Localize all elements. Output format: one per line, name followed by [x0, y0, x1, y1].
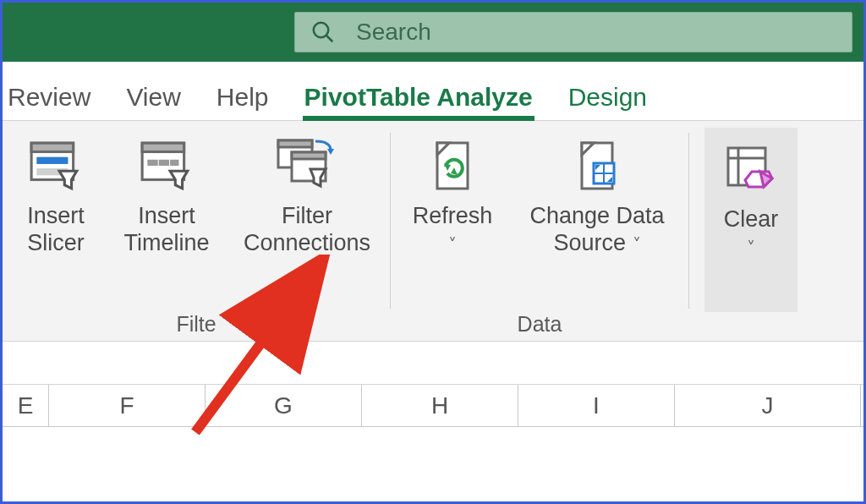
group-actions-label [704, 312, 797, 341]
group-filter: Insert Slicer Insert Timeline [3, 128, 390, 341]
insert-slicer-label: Insert Slicer [27, 202, 85, 257]
tab-view[interactable]: View [124, 71, 182, 120]
chevron-down-icon: ˅ [633, 235, 641, 254]
insert-timeline-button[interactable]: Insert Timeline [107, 128, 226, 312]
group-filter-label: Filte [9, 312, 383, 341]
tab-review[interactable]: Review [6, 71, 92, 120]
slicer-icon [28, 133, 84, 199]
svg-rect-8 [147, 160, 157, 166]
svg-marker-15 [327, 149, 334, 155]
column-headers: E F G H I J [3, 385, 863, 427]
ribbon: Insert Slicer Insert Timeline [3, 121, 863, 341]
search-icon [310, 19, 336, 45]
chevron-down-icon: ˅ [747, 238, 755, 257]
refresh-label: Refresh ˅ [413, 202, 493, 257]
svg-rect-4 [36, 157, 68, 164]
svg-rect-14 [292, 152, 326, 159]
ribbon-tabs: Review View Help PivotTable Analyze Desi… [3, 62, 863, 121]
filter-connections-label: Filter Connections [244, 202, 370, 257]
column-header[interactable]: G [206, 385, 362, 426]
svg-point-0 [314, 23, 329, 38]
svg-rect-7 [142, 143, 184, 151]
group-actions: Clear ˅ [689, 128, 809, 341]
chevron-down-icon: ˅ [448, 235, 457, 254]
tab-help[interactable]: Help [215, 71, 271, 120]
column-header[interactable]: F [49, 385, 206, 426]
refresh-icon [427, 133, 478, 199]
svg-rect-3 [31, 143, 74, 151]
insert-slicer-button[interactable]: Insert Slicer [9, 128, 102, 312]
insert-timeline-label: Insert Timeline [123, 202, 209, 257]
column-header[interactable]: H [362, 385, 518, 426]
clear-icon [723, 136, 779, 202]
filter-connections-button[interactable]: Filter Connections [231, 128, 383, 312]
column-header[interactable]: J [675, 385, 861, 426]
timeline-icon [139, 133, 195, 199]
change-data-source-icon [572, 133, 622, 199]
svg-rect-9 [159, 160, 169, 166]
group-data-label: Data [397, 312, 682, 341]
title-bar: Search [3, 3, 863, 62]
clear-label: Clear ˅ [724, 205, 779, 260]
clear-button[interactable]: Clear ˅ [704, 128, 797, 312]
search-placeholder: Search [356, 19, 431, 46]
group-data: Refresh ˅ Change Data Sourc [391, 128, 688, 341]
formula-bar-area [3, 341, 863, 385]
svg-rect-12 [278, 140, 312, 147]
column-header[interactable]: E [3, 385, 49, 426]
column-header[interactable]: I [518, 385, 675, 426]
change-data-source-label: Change Data Source ˅ [529, 202, 664, 257]
svg-line-1 [326, 36, 333, 42]
refresh-button[interactable]: Refresh ˅ [397, 128, 507, 312]
change-data-source-button[interactable]: Change Data Source ˅ [512, 128, 682, 312]
svg-rect-10 [170, 160, 178, 166]
tab-pivottable-analyze[interactable]: PivotTable Analyze [303, 71, 534, 120]
search-box[interactable]: Search [294, 12, 852, 52]
filter-connections-icon [275, 133, 339, 199]
tab-design[interactable]: Design [567, 71, 649, 120]
